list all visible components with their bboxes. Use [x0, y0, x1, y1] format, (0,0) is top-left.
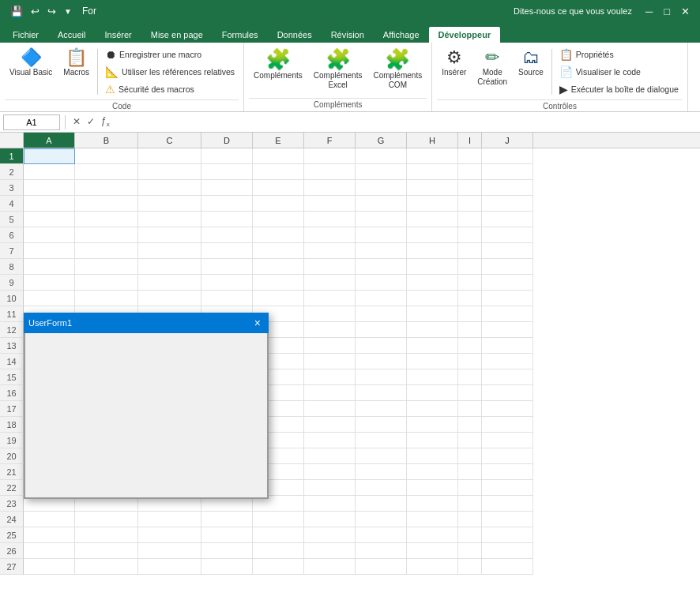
cell-J23[interactable] — [482, 496, 533, 512]
cell-B1[interactable] — [75, 148, 138, 164]
cell-J1[interactable] — [482, 148, 533, 164]
cell-H17[interactable] — [407, 401, 458, 417]
cell-J18[interactable] — [482, 417, 533, 433]
cell-I10[interactable] — [458, 291, 482, 306]
cell-G25[interactable] — [356, 527, 407, 543]
cell-A6[interactable] — [24, 227, 75, 243]
cell-D3[interactable] — [201, 180, 253, 196]
cell-E27[interactable] — [253, 559, 304, 575]
cell-D27[interactable] — [201, 559, 253, 575]
cell-H14[interactable] — [407, 354, 458, 369]
cell-I24[interactable] — [458, 512, 482, 527]
cell-H27[interactable] — [407, 559, 458, 575]
save-button[interactable]: 💾 — [6, 4, 27, 19]
row-num-24[interactable]: 24 — [0, 512, 24, 527]
cell-G3[interactable] — [356, 180, 407, 196]
cell-A25[interactable] — [24, 527, 75, 543]
row-num-5[interactable]: 5 — [0, 212, 24, 227]
cell-E3[interactable] — [253, 180, 304, 196]
cell-B24[interactable] — [75, 512, 138, 527]
cell-H9[interactable] — [407, 275, 458, 291]
cell-D6[interactable] — [201, 227, 253, 243]
cell-G1[interactable] — [356, 148, 407, 164]
cell-H1[interactable] — [407, 148, 458, 164]
row-num-3[interactable]: 3 — [0, 180, 24, 196]
cell-H6[interactable] — [407, 227, 458, 243]
ask-me-label[interactable]: Dites-nous ce que vous voulez — [507, 6, 638, 16]
cell-I16[interactable] — [458, 385, 482, 401]
cell-F1[interactable] — [304, 148, 356, 164]
cell-G13[interactable] — [356, 338, 407, 354]
cell-B5[interactable] — [75, 212, 138, 227]
close-window-button[interactable]: ✕ — [677, 4, 694, 19]
cell-I21[interactable] — [458, 464, 482, 480]
cell-H20[interactable] — [407, 448, 458, 464]
col-header-D[interactable]: D — [201, 133, 253, 148]
cell-E6[interactable] — [253, 227, 304, 243]
row-num-2[interactable]: 2 — [0, 164, 24, 180]
cell-H2[interactable] — [407, 164, 458, 180]
cell-A8[interactable] — [24, 259, 75, 275]
cell-G2[interactable] — [356, 164, 407, 180]
cell-E25[interactable] — [253, 527, 304, 543]
col-header-J[interactable]: J — [482, 133, 533, 148]
row-num-27[interactable]: 27 — [0, 559, 24, 575]
tab-fichier[interactable]: Fichier — [3, 27, 48, 43]
visualiser-code-button[interactable]: 📄 Visualiser le code — [555, 63, 683, 81]
cell-D5[interactable] — [201, 212, 253, 227]
cell-A4[interactable] — [24, 196, 75, 212]
cell-E2[interactable] — [253, 164, 304, 180]
cell-I6[interactable] — [458, 227, 482, 243]
row-num-8[interactable]: 8 — [0, 259, 24, 275]
cell-G26[interactable] — [356, 543, 407, 559]
cell-F26[interactable] — [304, 543, 356, 559]
col-header-F[interactable]: F — [304, 133, 356, 148]
cell-G23[interactable] — [356, 496, 407, 512]
cell-I2[interactable] — [458, 164, 482, 180]
cell-G8[interactable] — [356, 259, 407, 275]
cell-E9[interactable] — [253, 275, 304, 291]
cell-H15[interactable] — [407, 369, 458, 385]
cell-B27[interactable] — [75, 559, 138, 575]
cell-H23[interactable] — [407, 496, 458, 512]
cell-G24[interactable] — [356, 512, 407, 527]
cell-B2[interactable] — [75, 164, 138, 180]
row-num-25[interactable]: 25 — [0, 527, 24, 543]
references-relatives-button[interactable]: 📐 Utiliser les références relatives — [101, 63, 239, 81]
cell-D4[interactable] — [201, 196, 253, 212]
cell-F24[interactable] — [304, 512, 356, 527]
cell-J20[interactable] — [482, 448, 533, 464]
cell-I27[interactable] — [458, 559, 482, 575]
cell-B3[interactable] — [75, 180, 138, 196]
col-header-I[interactable]: I — [458, 133, 482, 148]
cell-F12[interactable] — [304, 322, 356, 338]
cell-I1[interactable] — [458, 148, 482, 164]
cell-J6[interactable] — [482, 227, 533, 243]
cell-J24[interactable] — [482, 512, 533, 527]
redo-button[interactable]: ↪ — [43, 4, 60, 19]
cell-E10[interactable] — [253, 291, 304, 306]
cell-J22[interactable] — [482, 480, 533, 496]
col-header-H[interactable]: H — [407, 133, 458, 148]
cell-G9[interactable] — [356, 275, 407, 291]
cell-H12[interactable] — [407, 322, 458, 338]
cell-C10[interactable] — [138, 291, 201, 306]
name-box[interactable]: A1 — [3, 114, 60, 130]
cell-G18[interactable] — [356, 417, 407, 433]
cell-F20[interactable] — [304, 448, 356, 464]
cell-G20[interactable] — [356, 448, 407, 464]
securite-macros-button[interactable]: ⚠ Sécurité des macros — [101, 81, 239, 98]
userform-body[interactable] — [24, 333, 269, 499]
cell-I7[interactable] — [458, 243, 482, 259]
cell-H4[interactable] — [407, 196, 458, 212]
cell-I19[interactable] — [458, 433, 482, 448]
cell-G5[interactable] — [356, 212, 407, 227]
cell-F9[interactable] — [304, 275, 356, 291]
row-num-20[interactable]: 20 — [0, 448, 24, 464]
cell-C27[interactable] — [138, 559, 201, 575]
cell-D1[interactable] — [201, 148, 253, 164]
cell-F25[interactable] — [304, 527, 356, 543]
cell-G16[interactable] — [356, 385, 407, 401]
cell-H25[interactable] — [407, 527, 458, 543]
cell-A10[interactable] — [24, 291, 75, 306]
